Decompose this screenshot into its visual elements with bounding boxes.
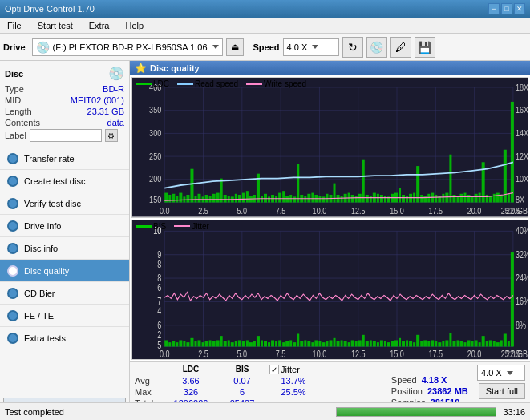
menu-start-test[interactable]: Start test — [34, 19, 77, 32]
refresh-button[interactable]: ↻ — [342, 37, 363, 58]
svg-text:17.5: 17.5 — [428, 348, 443, 359]
speed-dropdown-arrow — [312, 45, 318, 49]
drive-label: Drive — [3, 42, 26, 52]
svg-text:20.0: 20.0 — [467, 206, 482, 216]
svg-text:300: 300 — [149, 128, 162, 138]
toolbar: Drive 💿 (F:) PLEXTOR BD-R PX-LB950SA 1.0… — [0, 34, 530, 61]
test-speed-selector[interactable]: 4.0 X — [477, 365, 525, 381]
svg-rect-249 — [431, 340, 434, 346]
label-input[interactable] — [30, 129, 102, 142]
ldc-chart-svg: 400 350 300 250 200 150 18X 16X 14X 12X — [132, 78, 528, 217]
drive-selector[interactable]: 💿 (F:) PLEXTOR BD-R PX-LB950SA 1.06 — [32, 38, 223, 56]
nav-label-disc-quality: Disc quality — [24, 266, 69, 276]
nav-icon-circle-9 — [7, 333, 18, 344]
nav-disc-info[interactable]: Disc info — [0, 237, 129, 260]
status-time: 33:16 — [503, 407, 525, 417]
nav-label-drive-info: Drive info — [24, 221, 61, 231]
svg-rect-260 — [471, 341, 474, 346]
disc-button[interactable]: 💿 — [366, 37, 387, 58]
svg-text:2: 2 — [157, 329, 161, 340]
legend-bis: BIS — [136, 222, 166, 231]
nav-create-test-disc[interactable]: Create test disc — [0, 170, 129, 192]
svg-rect-121 — [459, 194, 463, 203]
maximize-button[interactable]: □ — [501, 3, 512, 14]
svg-rect-99 — [380, 195, 383, 203]
svg-rect-235 — [380, 340, 383, 346]
jitter-checkbox[interactable]: ✓ — [269, 365, 279, 374]
menu-file[interactable]: File — [3, 19, 26, 32]
close-button[interactable]: ✕ — [514, 3, 525, 14]
svg-rect-225 — [344, 341, 347, 346]
svg-text:10X: 10X — [516, 175, 528, 184]
svg-text:24%: 24% — [516, 272, 528, 283]
svg-rect-215 — [307, 341, 310, 346]
start-full-button[interactable]: Start full — [479, 383, 525, 399]
bottom-legend: BIS Jitter — [136, 222, 209, 231]
svg-rect-264 — [486, 341, 488, 346]
svg-text:200: 200 — [149, 175, 162, 184]
svg-rect-114 — [435, 195, 437, 203]
nav-verify-test-disc[interactable]: Verify test disc — [0, 192, 129, 215]
nav-cd-bier[interactable]: CD Bier — [0, 282, 129, 305]
svg-rect-180 — [179, 340, 182, 346]
legend-jitter-text: Jitter — [192, 222, 209, 231]
svg-rect-232 — [370, 340, 372, 346]
menu-extra[interactable]: Extra — [85, 19, 114, 32]
bis-chart: BIS Jitter — [131, 220, 528, 361]
nav-fe-te[interactable]: FE / TE — [0, 305, 129, 327]
eject-button[interactable]: ⏏ — [226, 38, 244, 56]
speed-selector[interactable]: 4.0 X — [283, 38, 339, 56]
nav-drive-info[interactable]: Drive info — [0, 215, 129, 237]
charts-container: LDC Read speed Write speed — [130, 75, 530, 361]
svg-rect-256 — [456, 340, 459, 346]
svg-text:25.0 GB: 25.0 GB — [501, 348, 528, 359]
status-text: Test completed — [5, 407, 330, 417]
legend-ldc-color — [136, 83, 152, 85]
svg-rect-268 — [500, 340, 503, 346]
svg-rect-48 — [194, 196, 196, 202]
svg-rect-109 — [416, 166, 419, 202]
svg-rect-216 — [311, 342, 314, 346]
avg-bis: 0.07 — [218, 376, 266, 386]
svg-rect-82 — [318, 196, 321, 202]
position-info: Position 23862 MB — [391, 386, 468, 396]
max-label: Max — [135, 387, 164, 397]
svg-text:8: 8 — [157, 258, 161, 269]
stats-header-row: LDC BIS ✓ Jitter — [135, 365, 383, 374]
svg-rect-190 — [216, 340, 220, 346]
save-button[interactable]: 💾 — [415, 37, 435, 58]
max-bis: 6 — [218, 387, 266, 397]
drive-dropdown-arrow — [212, 45, 219, 49]
svg-rect-104 — [399, 188, 401, 203]
legend-read: Read speed — [177, 79, 238, 88]
svg-rect-118 — [449, 155, 451, 203]
svg-rect-227 — [351, 340, 354, 346]
svg-rect-71 — [278, 193, 281, 203]
svg-rect-244 — [413, 342, 415, 346]
svg-text:5.0: 5.0 — [237, 206, 248, 216]
svg-rect-131 — [496, 193, 500, 203]
minimize-button[interactable]: − — [488, 3, 500, 14]
svg-rect-231 — [366, 341, 369, 346]
nav-transfer-rate[interactable]: Transfer rate — [0, 147, 129, 170]
svg-rect-223 — [337, 341, 340, 346]
svg-rect-130 — [493, 194, 496, 203]
nav-extra-tests[interactable]: Extra tests — [0, 327, 129, 349]
svg-rect-196 — [238, 340, 241, 346]
svg-text:15.0: 15.0 — [390, 206, 404, 216]
app-title: Opti Drive Control 1.70 — [5, 4, 95, 14]
nav-disc-quality[interactable]: Disc quality — [0, 260, 129, 282]
svg-rect-95 — [366, 195, 369, 203]
svg-rect-117 — [445, 193, 448, 203]
menu-help[interactable]: Help — [121, 19, 148, 32]
label-edit-button[interactable]: ⚙ — [105, 129, 118, 142]
svg-rect-217 — [314, 340, 318, 346]
svg-rect-250 — [435, 341, 437, 346]
svg-rect-207 — [278, 340, 281, 346]
svg-rect-240 — [399, 337, 401, 346]
svg-rect-116 — [442, 194, 444, 203]
svg-rect-198 — [246, 340, 249, 346]
svg-text:25.0 GB: 25.0 GB — [501, 206, 528, 216]
burn-button[interactable]: 🖊 — [390, 37, 411, 58]
svg-rect-241 — [402, 341, 405, 346]
